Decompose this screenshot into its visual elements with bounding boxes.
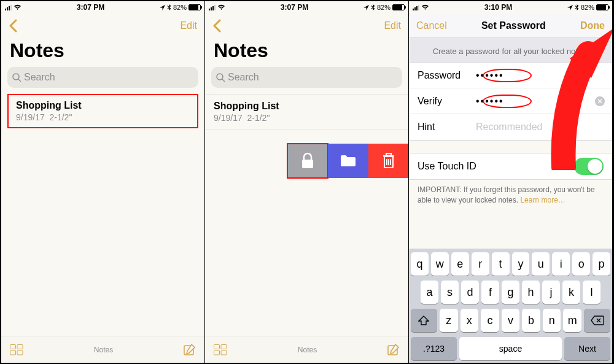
screen-set-password: 3:10 PM 82% Cancel Set Password Done Cre… bbox=[409, 1, 613, 363]
key-l[interactable]: l bbox=[583, 281, 600, 304]
touchid-row: Use Touch ID bbox=[409, 153, 612, 180]
svg-rect-4 bbox=[10, 350, 16, 355]
done-button[interactable]: Done bbox=[580, 20, 605, 31]
search-placeholder: Search bbox=[228, 72, 259, 83]
key-c[interactable]: c bbox=[481, 309, 499, 332]
search-input[interactable]: Search bbox=[211, 67, 402, 88]
svg-rect-3 bbox=[17, 344, 23, 349]
touchid-toggle[interactable] bbox=[574, 158, 604, 175]
folders-icon[interactable] bbox=[214, 344, 227, 355]
key-g[interactable]: g bbox=[502, 281, 519, 304]
key-a[interactable]: a bbox=[421, 281, 438, 304]
edit-button[interactable]: Edit bbox=[180, 20, 197, 31]
compose-icon[interactable] bbox=[387, 344, 400, 356]
cancel-button[interactable]: Cancel bbox=[416, 20, 447, 31]
svg-rect-5 bbox=[17, 350, 23, 355]
note-row-shopping-list[interactable]: Shopping List 9/19/17 2-1/2" bbox=[205, 94, 408, 130]
screen-notes-swipe: 3:07 PM 82% Edit Notes Search Shopping L… bbox=[205, 1, 409, 363]
toolbar-label: Notes bbox=[94, 346, 113, 354]
key-m[interactable]: m bbox=[563, 309, 581, 332]
key-u[interactable]: u bbox=[532, 252, 550, 276]
cell-signal-icon bbox=[413, 5, 419, 10]
svg-rect-2 bbox=[10, 344, 16, 349]
bluetooth-icon bbox=[167, 4, 171, 11]
password-row[interactable]: Password •••••• bbox=[409, 63, 612, 88]
edit-button[interactable]: Edit bbox=[384, 20, 401, 31]
nav-title: Set Password bbox=[481, 20, 546, 31]
password-form: Password •••••• Verify •••••• Hint Recom… bbox=[409, 62, 612, 141]
key-y[interactable]: y bbox=[512, 252, 530, 276]
bluetooth-icon bbox=[371, 4, 375, 11]
status-bar: 3:07 PM 82% bbox=[1, 1, 204, 14]
key-o[interactable]: o bbox=[572, 252, 590, 276]
svg-rect-9 bbox=[302, 160, 313, 168]
folders-icon[interactable] bbox=[10, 344, 23, 355]
key-e[interactable]: e bbox=[451, 252, 469, 276]
key-p[interactable]: p bbox=[593, 252, 610, 276]
key-t[interactable]: t bbox=[492, 252, 510, 276]
back-button[interactable] bbox=[212, 19, 221, 33]
battery-percent: 82% bbox=[173, 4, 187, 11]
key-d[interactable]: d bbox=[461, 281, 479, 304]
annotation-oval bbox=[483, 69, 532, 82]
svg-point-0 bbox=[13, 74, 19, 80]
key-z[interactable]: z bbox=[440, 309, 458, 332]
bottom-toolbar: Notes bbox=[1, 336, 204, 363]
search-placeholder: Search bbox=[24, 72, 55, 83]
key-b[interactable]: b bbox=[522, 309, 540, 332]
location-icon bbox=[160, 5, 165, 10]
nav-bar: Edit bbox=[205, 14, 408, 38]
svg-line-8 bbox=[222, 79, 225, 82]
backspace-key[interactable] bbox=[584, 309, 610, 332]
verify-label: Verify bbox=[418, 96, 476, 107]
keyboard: qwertyuiop asdfghjkl zxcvbnm .?123 space… bbox=[409, 249, 612, 363]
key-h[interactable]: h bbox=[522, 281, 540, 304]
key-v[interactable]: v bbox=[502, 309, 520, 332]
page-title: Notes bbox=[1, 38, 204, 67]
key-q[interactable]: q bbox=[411, 252, 429, 276]
mode-key[interactable]: .?123 bbox=[411, 337, 457, 360]
toolbar-label: Notes bbox=[298, 346, 317, 354]
lock-icon bbox=[300, 152, 315, 169]
screen-notes-list: 3:07 PM 82% Edit Notes Search Shopping L… bbox=[1, 1, 205, 363]
note-row-shopping-list[interactable]: Shopping List 9/19/17 2-1/2" bbox=[7, 94, 198, 128]
svg-rect-15 bbox=[386, 153, 391, 155]
key-f[interactable]: f bbox=[481, 281, 499, 304]
key-x[interactable]: x bbox=[460, 309, 479, 332]
compose-icon[interactable] bbox=[184, 344, 196, 356]
learn-more-link[interactable]: Learn more… bbox=[520, 196, 565, 204]
svg-line-1 bbox=[18, 79, 21, 82]
verify-row[interactable]: Verify •••••• bbox=[409, 88, 612, 114]
shift-key[interactable] bbox=[411, 309, 437, 332]
cell-signal-icon bbox=[209, 5, 216, 10]
key-i[interactable]: i bbox=[552, 252, 570, 276]
space-key[interactable]: space bbox=[459, 337, 562, 360]
key-w[interactable]: w bbox=[431, 252, 449, 276]
key-r[interactable]: r bbox=[472, 252, 489, 276]
folder-icon bbox=[340, 155, 356, 167]
nav-bar: Cancel Set Password Done bbox=[409, 14, 612, 38]
swipe-actions bbox=[287, 144, 409, 178]
swipe-lock-button[interactable] bbox=[287, 144, 328, 178]
search-input[interactable]: Search bbox=[7, 67, 198, 88]
svg-rect-16 bbox=[214, 344, 220, 349]
location-icon bbox=[363, 5, 369, 10]
hint-row[interactable]: Hint Recommended bbox=[409, 114, 612, 140]
clear-icon[interactable] bbox=[595, 96, 605, 106]
search-icon bbox=[216, 73, 225, 82]
back-button[interactable] bbox=[9, 19, 17, 33]
search-icon bbox=[12, 73, 21, 82]
trash-icon bbox=[383, 153, 395, 169]
status-time: 3:07 PM bbox=[281, 3, 308, 12]
note-title: Shopping List bbox=[214, 101, 400, 112]
key-n[interactable]: n bbox=[543, 309, 561, 332]
status-time: 3:10 PM bbox=[484, 3, 512, 12]
key-k[interactable]: k bbox=[562, 281, 580, 304]
cell-signal-icon bbox=[5, 5, 12, 10]
swipe-move-button[interactable] bbox=[328, 144, 368, 178]
next-key[interactable]: Next bbox=[564, 337, 610, 360]
svg-rect-17 bbox=[221, 344, 227, 349]
key-s[interactable]: s bbox=[441, 281, 459, 304]
swipe-delete-button[interactable] bbox=[368, 144, 409, 178]
key-j[interactable]: j bbox=[542, 281, 560, 304]
